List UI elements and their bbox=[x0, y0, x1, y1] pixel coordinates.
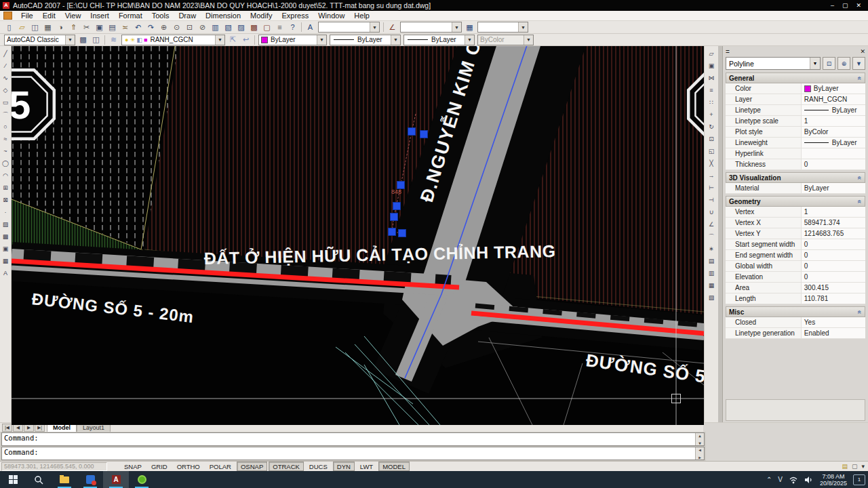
workspace-settings-icon[interactable]: ▩ bbox=[77, 34, 90, 45]
color-control-combo[interactable]: ByLayer▼ bbox=[258, 35, 327, 45]
properties-icon[interactable]: ▥ bbox=[209, 22, 222, 33]
make-block-icon[interactable]: ⊠ bbox=[0, 195, 11, 205]
collapse-chevron-icon[interactable]: « bbox=[856, 199, 864, 203]
markup-icon[interactable]: ▢ bbox=[260, 22, 273, 33]
pan-icon[interactable]: ⊕ bbox=[157, 22, 170, 33]
hatch-icon[interactable]: ▨ bbox=[0, 219, 11, 230]
property-row[interactable]: Vertex X 589471.374 bbox=[726, 218, 865, 228]
arc-icon[interactable]: ⌒ bbox=[0, 109, 11, 120]
property-row[interactable]: Color ByLayer bbox=[726, 83, 865, 94]
dim-style-icon[interactable]: ∠ bbox=[386, 22, 399, 33]
command-scrollbar[interactable]: ▲▼ bbox=[695, 433, 704, 445]
dim-style-combo[interactable]: ▼ bbox=[400, 22, 462, 33]
menu-item[interactable]: Tools bbox=[147, 12, 174, 20]
move-icon[interactable]: + bbox=[706, 109, 717, 120]
property-row[interactable]: Elevation 0 bbox=[726, 272, 865, 283]
command-scrollbar-h[interactable]: ◀▶ bbox=[695, 447, 704, 460]
layer-isolate-icon[interactable]: ▦ bbox=[706, 280, 717, 291]
new-icon[interactable]: ▯ bbox=[3, 22, 16, 33]
chamfer-icon[interactable]: ∠ bbox=[706, 219, 717, 230]
app-with-notification-button[interactable] bbox=[77, 471, 103, 488]
fillet-icon[interactable]: ⌒ bbox=[706, 231, 717, 242]
menu-item[interactable]: Dimension bbox=[201, 12, 245, 20]
maximize-button[interactable]: ▢ bbox=[842, 2, 848, 9]
collapse-chevron-icon[interactable]: « bbox=[856, 176, 864, 180]
status-toggle-button[interactable]: DUCS bbox=[305, 462, 332, 471]
property-row[interactable]: Length 110.781 bbox=[726, 293, 865, 304]
array-icon[interactable]: ∷ bbox=[706, 97, 717, 108]
workspace-combo[interactable]: AutoCAD Classic▼ bbox=[4, 35, 75, 45]
menu-item[interactable]: Draw bbox=[174, 12, 201, 20]
make-object-layer-current-icon[interactable]: ⇱ bbox=[226, 34, 239, 45]
plot-preview-icon[interactable]: ◑ bbox=[54, 22, 67, 33]
toolbar-unlock-icon[interactable]: ▤ bbox=[842, 463, 848, 470]
status-toggle-button[interactable]: ORTHO bbox=[173, 462, 204, 471]
collapse-chevron-icon[interactable]: « bbox=[856, 76, 864, 80]
offset-icon[interactable]: ≡ bbox=[706, 85, 717, 96]
table-style-icon[interactable]: ▦ bbox=[463, 22, 476, 33]
menu-item[interactable]: Help bbox=[349, 12, 374, 20]
drawing-area[interactable]: 5 Đ.NGUYỄN KIM CU ĐẤT Ở HIỆN HỮU CẢI TẠO… bbox=[12, 46, 704, 422]
command-input[interactable]: Command: ◀▶ bbox=[1, 447, 705, 460]
property-row[interactable]: Plot style ByColor bbox=[726, 127, 865, 138]
ellipse-arc-icon[interactable]: ◠ bbox=[0, 170, 11, 181]
file-explorer-button[interactable] bbox=[52, 471, 77, 488]
zoom-previous-icon[interactable]: ⊘ bbox=[196, 22, 209, 33]
menu-item[interactable]: Insert bbox=[85, 12, 114, 20]
status-toggle-button[interactable]: OSNAP bbox=[237, 462, 267, 471]
property-row[interactable]: End segment width 0 bbox=[726, 250, 865, 261]
status-toggle-button[interactable]: DYN bbox=[333, 462, 355, 471]
layer-combo[interactable]: ●☀◧■ RANH_CGCN ▼ bbox=[121, 35, 225, 45]
status-toggle-button[interactable]: LWT bbox=[356, 462, 377, 471]
property-row[interactable]: Vertex Y 1214683.765 bbox=[726, 228, 865, 239]
notification-center-icon[interactable]: 1 bbox=[853, 474, 865, 485]
layer-off-icon[interactable]: ▧ bbox=[706, 292, 717, 303]
property-row[interactable]: Linetype scale 1 bbox=[726, 116, 865, 127]
stretch-icon[interactable]: ◱ bbox=[706, 146, 717, 157]
sheetset-icon[interactable]: ▩ bbox=[248, 22, 260, 33]
select-objects-button[interactable]: ⊕ bbox=[837, 57, 850, 70]
status-toggle-button[interactable]: GRID bbox=[147, 462, 172, 471]
tray-app-icon[interactable]: V bbox=[778, 476, 783, 483]
toolpalettes-icon[interactable]: ▨ bbox=[235, 22, 248, 33]
save-icon[interactable]: ◫ bbox=[28, 22, 41, 33]
tab-nav-button[interactable]: |◀ bbox=[2, 424, 12, 432]
layer-make-current-icon[interactable]: ▤ bbox=[706, 256, 717, 266]
taskbar-clock[interactable]: 7:08 AM 20/8/2025 bbox=[820, 473, 847, 487]
match-properties-icon[interactable]: ≍ bbox=[119, 22, 132, 33]
minimize-button[interactable]: – bbox=[831, 2, 834, 9]
point-icon[interactable]: · bbox=[0, 207, 11, 218]
construction-line-icon[interactable]: ⁄ bbox=[0, 60, 11, 71]
property-row[interactable]: Global width 0 bbox=[726, 261, 865, 272]
polyline-icon[interactable]: ∿ bbox=[0, 73, 11, 83]
spline-icon[interactable]: ~ bbox=[0, 146, 11, 157]
property-row[interactable]: Hyperlink bbox=[726, 148, 865, 159]
drawing-canvas[interactable]: 5 Đ.NGUYỄN KIM CU ĐẤT Ở HIỆN HỮU CẢI TẠO… bbox=[12, 46, 704, 425]
publish-icon[interactable]: ⇑ bbox=[67, 22, 80, 33]
status-toggle-button[interactable]: MODEL bbox=[378, 462, 410, 471]
collapse-chevron-icon[interactable]: « bbox=[856, 310, 864, 314]
gradient-icon[interactable]: ▩ bbox=[0, 231, 11, 242]
linetype-control-combo[interactable]: ByLayer▼ bbox=[330, 35, 401, 45]
autocad-taskbar-button[interactable]: A bbox=[103, 471, 129, 488]
status-toggle-button[interactable]: POLAR bbox=[205, 462, 235, 471]
break-icon[interactable]: ⊣ bbox=[706, 195, 717, 205]
palette-menu-icon[interactable]: = bbox=[726, 48, 730, 56]
property-row[interactable]: Thickness 0 bbox=[726, 159, 865, 170]
ellipse-icon[interactable]: ◯ bbox=[0, 158, 11, 169]
polygon-icon[interactable]: ◇ bbox=[0, 85, 11, 96]
text-style-combo[interactable]: ▼ bbox=[318, 22, 380, 33]
property-row[interactable]: Material ByLayer bbox=[726, 183, 865, 194]
explode-icon[interactable]: ∗ bbox=[706, 243, 717, 254]
menu-item[interactable]: Format bbox=[114, 12, 147, 20]
extend-icon[interactable]: → bbox=[706, 170, 717, 181]
property-row[interactable]: Vertex 1 bbox=[726, 207, 865, 218]
volume-icon[interactable] bbox=[804, 476, 814, 484]
wifi-icon[interactable] bbox=[789, 476, 798, 484]
menu-item[interactable]: File bbox=[16, 12, 38, 20]
join-icon[interactable]: ∪ bbox=[706, 207, 717, 218]
redo-icon[interactable]: ↷ bbox=[144, 22, 157, 33]
property-row[interactable]: Start segment width 0 bbox=[726, 239, 865, 250]
lineweight-control-combo[interactable]: ByLayer▼ bbox=[403, 35, 475, 45]
tray-expand-icon[interactable]: ⌃ bbox=[766, 476, 772, 483]
